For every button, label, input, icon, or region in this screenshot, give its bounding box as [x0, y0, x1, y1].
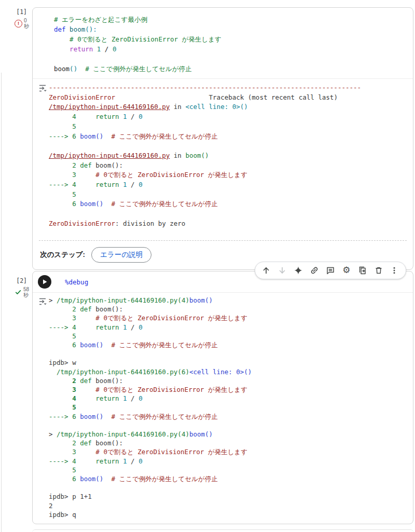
comment-icon [326, 266, 335, 275]
duration-unit: 秒 [23, 292, 29, 298]
cell-1-duration: 0 秒 [24, 18, 29, 29]
success-status-icon [15, 289, 22, 296]
traceback-file-link[interactable]: /tmp/ipython-input-644169160.py [49, 152, 170, 159]
cell-toolbar: ⚙ [255, 262, 406, 279]
left-rule [1, 73, 2, 532]
cell-2-output: > /tmp/ipython-input-644169160.py(4)boom… [49, 296, 409, 519]
cell-2-duration: 58 秒 [23, 287, 29, 298]
duration-value: 58 [23, 287, 29, 292]
gear-icon: ⚙ [342, 266, 350, 275]
duration-unit: 秒 [24, 23, 29, 29]
explain-error-button[interactable]: エラーの説明 [91, 247, 151, 263]
arrow-up-icon [261, 266, 271, 275]
cell-2-gutter: [2] 58 秒 [6, 277, 31, 298]
move-cell-up-button[interactable] [259, 263, 273, 278]
notebook-page: [1] ! 0 秒 # エラーをわざと起こす最小例def boom(): # 0… [0, 0, 415, 532]
link-icon [310, 266, 319, 275]
duration-value: 0 [24, 18, 29, 23]
code-cell-1: # エラーをわざと起こす最小例def boom(): # 0で割ると ZeroD… [32, 7, 413, 270]
code-cell-2: %debug > /tmp/ipython-input-644169160.py… [32, 271, 413, 524]
next-steps-label: 次のステップ: [40, 250, 85, 260]
cell-1-execution-count[interactable]: [1] [6, 8, 31, 16]
copy-link-button[interactable] [308, 263, 321, 278]
cell-2-execution-count[interactable]: [2] [6, 277, 31, 284]
more-vert-icon [390, 266, 399, 275]
error-status-icon: ! [15, 20, 22, 28]
gemini-spark-icon [294, 266, 303, 275]
mirror-cell-button[interactable] [356, 263, 369, 278]
move-cell-down-button[interactable] [275, 263, 289, 278]
code-editor-2[interactable]: %debug [65, 277, 88, 287]
arrow-down-icon [278, 266, 287, 275]
cell-1-output: ----------------------------------------… [49, 83, 409, 229]
cell-1-gutter: [1] ! 0 秒 [6, 8, 31, 29]
output-options-icon[interactable] [37, 296, 48, 307]
ask-gemini-button[interactable] [292, 263, 305, 278]
code-editor-1[interactable]: # エラーをわざと起こす最小例def boom(): # 0で割ると ZeroD… [33, 8, 413, 78]
next-cell-top-border [32, 529, 413, 532]
traceback-file-link[interactable]: /tmp/ipython-input-644169160.py [49, 103, 170, 111]
open-in-tab-icon [358, 266, 367, 275]
more-actions-button[interactable] [388, 263, 401, 278]
output-options-icon[interactable] [37, 83, 48, 93]
delete-cell-button[interactable] [372, 263, 385, 278]
trash-icon [374, 266, 383, 275]
run-cell-button[interactable] [38, 275, 51, 289]
play-icon [42, 279, 48, 285]
open-settings-button[interactable]: ⚙ [340, 263, 353, 278]
add-comment-button[interactable] [324, 263, 337, 278]
